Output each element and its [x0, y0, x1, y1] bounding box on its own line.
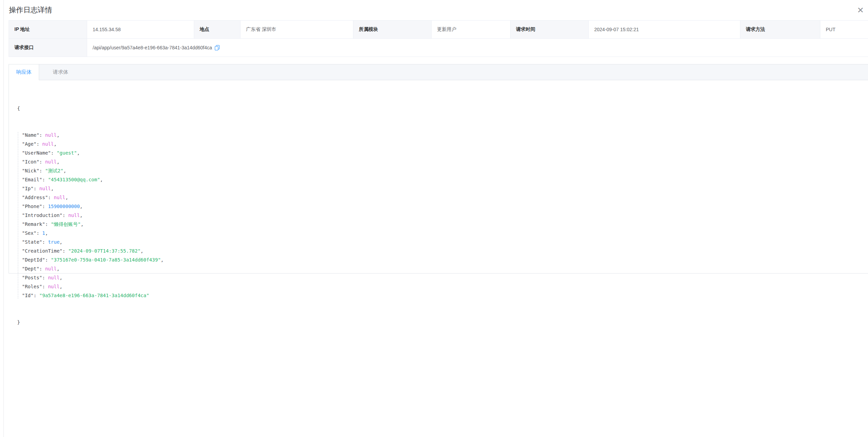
page-title: 操作日志详情 — [9, 5, 868, 15]
details-row: IP 地址14.155.34.58地点广东省 深圳市所属模块更新用户请求时间20… — [9, 21, 868, 39]
json-line: "UserName": "guest", — [22, 148, 861, 157]
field-label: 请求方法 — [740, 21, 820, 39]
copy-icon[interactable] — [214, 45, 220, 50]
tab-bar: 响应体请求体 — [9, 64, 868, 80]
json-line: "Introduction": null, — [22, 211, 861, 220]
json-line: "CreationTime": "2024-09-07T14:37:55.782… — [22, 246, 861, 255]
json-line: "Sex": 1, — [22, 229, 861, 238]
json-line: "Remark": "懒得创账号", — [22, 220, 861, 229]
details-table: IP 地址14.155.34.58地点广东省 深圳市所属模块更新用户请求时间20… — [9, 20, 868, 57]
json-line: "Id": "9a57a4e8-e196-663a-7841-3a14dd60f… — [22, 291, 861, 300]
json-line: "DeptId": "375167e0-759a-0410-7a85-3a14d… — [22, 255, 861, 264]
api-value-cell: /api/app/user/9a57a4e8-e196-663a-7841-3a… — [87, 39, 868, 57]
json-line: "Address": null, — [22, 193, 861, 202]
tab-request-body[interactable]: 请求体 — [39, 64, 75, 80]
json-viewer: { "Name": null,"Age": null,"UserName": "… — [17, 86, 861, 344]
field-value: PUT — [820, 21, 868, 39]
field-value: 14.155.34.58 — [87, 21, 194, 39]
json-close-brace: } — [17, 318, 861, 327]
json-line: "State": true, — [22, 238, 861, 246]
field-label: IP 地址 — [9, 21, 87, 39]
json-line: "Posts": null, — [22, 273, 861, 282]
field-value: 广东省 深圳市 — [241, 21, 353, 39]
api-value: /api/app/user/9a57a4e8-e196-663a-7841-3a… — [93, 45, 212, 50]
json-line: "Email": "454313500@qq.com", — [22, 175, 861, 184]
json-line: "Phone": 15900000000, — [22, 202, 861, 211]
tab-response-body[interactable]: 响应体 — [9, 64, 39, 80]
json-line: "Ip": null, — [22, 184, 861, 193]
json-line: "Nick": "测试2", — [22, 166, 861, 175]
json-line: "Dept": null, — [22, 264, 861, 273]
field-label: 所属模块 — [353, 21, 432, 39]
field-value: 2024-09-07 15:02:21 — [589, 21, 740, 39]
close-icon: ✕ — [857, 6, 864, 14]
json-line: "Icon": null, — [22, 157, 861, 166]
api-row: 请求接口 /api/app/user/9a57a4e8-e196-663a-78… — [9, 39, 868, 57]
drawer-left-border — [3, 0, 4, 437]
json-body: "Name": null,"Age": null,"UserName": "gu… — [17, 131, 861, 300]
tabs-container: 响应体请求体 { "Name": null,"Age": null,"UserN… — [9, 64, 868, 274]
field-label: 请求时间 — [511, 21, 589, 39]
field-label: 地点 — [194, 21, 241, 39]
api-label: 请求接口 — [9, 39, 87, 57]
json-line: "Name": null, — [22, 131, 861, 139]
dialog-header: 操作日志详情 ✕ — [0, 0, 868, 15]
close-button[interactable]: ✕ — [856, 5, 865, 15]
field-value: 更新用户 — [432, 21, 511, 39]
json-line: "Age": null, — [22, 139, 861, 148]
json-line: "Roles": null, — [22, 282, 861, 291]
json-open-brace: { — [17, 104, 861, 113]
tab-panel-response-body: { "Name": null,"Age": null,"UserName": "… — [9, 80, 868, 344]
